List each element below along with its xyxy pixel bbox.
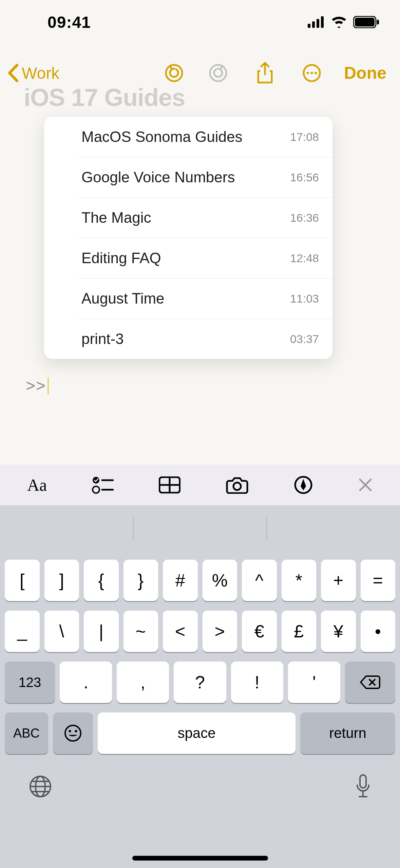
key-plus[interactable]: +	[321, 560, 356, 601]
key-abc[interactable]: ABC	[5, 712, 48, 754]
keyboard: [ ] { } # % ^ * + = _ \ | ~ < > € £ ¥ • …	[0, 553, 400, 868]
pen-circle-icon	[294, 475, 313, 494]
status-time: 09:41	[47, 13, 91, 32]
text-style-button[interactable]: Aa	[27, 475, 47, 495]
svg-point-7	[166, 65, 182, 81]
key-return[interactable]: return	[300, 712, 395, 754]
svg-rect-6	[377, 20, 379, 24]
suggestion-time: 11:03	[290, 292, 319, 305]
table-icon	[159, 476, 180, 493]
note-title-ghost: iOS 17 Guides	[24, 84, 185, 111]
svg-rect-28	[360, 775, 366, 788]
dictation-button[interactable]	[355, 774, 372, 801]
svg-rect-5	[355, 18, 375, 26]
key-123[interactable]: 123	[5, 662, 55, 703]
svg-point-12	[315, 72, 317, 74]
key-lt[interactable]: <	[163, 611, 198, 652]
done-button[interactable]: Done	[344, 63, 386, 83]
key-period[interactable]: .	[60, 662, 112, 703]
key-brace-left[interactable]: {	[84, 560, 119, 601]
wifi-icon	[331, 16, 347, 28]
share-icon	[256, 61, 274, 85]
key-hash[interactable]: #	[163, 560, 198, 601]
back-label: Work	[22, 64, 59, 83]
key-gt[interactable]: >	[203, 611, 237, 652]
key-space[interactable]: space	[98, 712, 296, 754]
checklist-icon	[92, 476, 114, 494]
key-comma[interactable]: ,	[117, 662, 169, 703]
suggestion-row[interactable]: MacOS Sonoma Guides17:08	[44, 117, 332, 157]
key-bullet[interactable]: •	[361, 611, 396, 652]
key-bracket-left[interactable]: [	[5, 560, 40, 601]
redo-button	[203, 64, 233, 83]
camera-button[interactable]	[226, 476, 249, 494]
cellular-icon	[308, 16, 325, 28]
suggestion-time: 16:36	[290, 211, 319, 224]
divider	[133, 517, 134, 541]
status-indicators	[308, 16, 380, 28]
key-underscore[interactable]: _	[5, 611, 40, 652]
key-percent[interactable]: %	[203, 560, 237, 601]
close-icon	[358, 477, 373, 492]
redo-icon	[209, 64, 228, 83]
markup-button[interactable]	[294, 475, 313, 494]
note-input-line[interactable]: >>	[26, 376, 49, 395]
text-caret	[47, 377, 49, 394]
svg-point-11	[311, 72, 313, 74]
suggestion-row[interactable]: print-303:37	[44, 319, 332, 359]
suggestion-row[interactable]: August Time11:03	[44, 278, 332, 319]
key-brace-right[interactable]: }	[123, 560, 158, 601]
svg-rect-2	[317, 19, 319, 28]
suggestion-time: 03:37	[290, 332, 319, 346]
key-caret[interactable]: ^	[242, 560, 277, 601]
suggestion-title: print-3	[81, 330, 124, 347]
link-suggestions-popup: MacOS Sonoma Guides17:08 Google Voice Nu…	[44, 117, 332, 359]
suggestion-row[interactable]: The Magic16:36	[44, 198, 332, 238]
keyboard-suggestion-strip	[0, 505, 400, 553]
key-tilde[interactable]: ~	[123, 611, 158, 652]
camera-icon	[226, 476, 249, 494]
share-button[interactable]	[250, 61, 280, 85]
key-bracket-right[interactable]: ]	[44, 560, 79, 601]
suggestion-row[interactable]: Google Voice Numbers16:56	[44, 157, 332, 197]
key-apostrophe[interactable]: '	[288, 662, 340, 703]
key-emoji[interactable]	[53, 712, 93, 754]
ellipsis-circle-icon	[302, 64, 321, 83]
suggestion-title: Editing FAQ	[81, 250, 161, 267]
key-yen[interactable]: ¥	[321, 611, 356, 652]
keyboard-toolbar: Aa	[0, 465, 400, 505]
backspace-icon	[360, 675, 380, 690]
suggestion-row[interactable]: Editing FAQ12:48	[44, 238, 332, 278]
back-button[interactable]: Work	[7, 64, 59, 83]
suggestion-title: MacOS Sonoma Guides	[81, 128, 242, 145]
svg-point-22	[65, 725, 81, 741]
checklist-button[interactable]	[92, 476, 114, 494]
chevron-left-icon	[7, 64, 20, 82]
close-toolbar-button[interactable]	[358, 477, 373, 492]
globe-button[interactable]	[28, 775, 52, 800]
svg-point-20	[233, 483, 241, 490]
svg-point-8	[210, 65, 226, 81]
note-prefix: >>	[26, 376, 46, 395]
key-pound[interactable]: £	[282, 611, 317, 652]
home-indicator[interactable]	[132, 856, 268, 861]
key-pipe[interactable]: |	[84, 611, 119, 652]
more-button[interactable]	[297, 64, 327, 83]
table-button[interactable]	[159, 476, 180, 493]
key-question[interactable]: ?	[174, 662, 226, 703]
svg-rect-1	[312, 21, 315, 28]
key-equals[interactable]: =	[361, 560, 396, 601]
undo-button[interactable]	[159, 64, 189, 83]
key-backspace[interactable]	[345, 662, 395, 703]
key-asterisk[interactable]: *	[282, 560, 317, 601]
key-exclaim[interactable]: !	[231, 662, 283, 703]
svg-point-13	[93, 477, 99, 484]
key-euro[interactable]: €	[242, 611, 277, 652]
key-backslash[interactable]: \	[44, 611, 79, 652]
suggestion-title: The Magic	[81, 209, 151, 226]
svg-rect-3	[321, 16, 324, 28]
status-bar: 09:41	[0, 0, 400, 44]
suggestion-title: Google Voice Numbers	[81, 169, 235, 186]
emoji-icon	[64, 724, 82, 742]
svg-point-24	[75, 730, 77, 733]
